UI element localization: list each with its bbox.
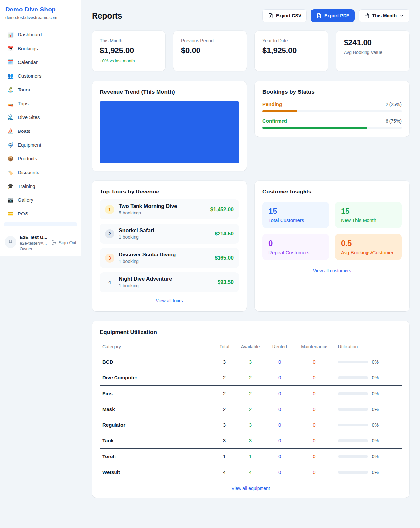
stat-value: $1,925.00: [262, 46, 320, 55]
sidebar-item-reports-selected-partial[interactable]: [4, 222, 77, 226]
top-tours-card: Top Tours by Revenue 1 Two Tank Morning …: [92, 181, 247, 311]
page-header: Reports Export CSV Export PDF This Month: [92, 9, 410, 22]
sidebar-item-label: Products: [18, 156, 37, 161]
tour-list-item: 1 Two Tank Morning Dive 5 bookings $1,45…: [100, 199, 239, 219]
wave-icon: 🌊: [7, 115, 14, 120]
sidebar-item-pos[interactable]: 💳 POS: [4, 208, 77, 219]
status-row-pending: Pending 2 (25%): [262, 101, 402, 112]
stats-row: This Month $1,925.00 +0% vs last month P…: [92, 31, 410, 71]
graduation-cap-icon: 🎓: [7, 184, 14, 189]
sidebar-item-calendar[interactable]: 🗓️ Calendar: [4, 56, 77, 68]
cell-maintenance: 0: [293, 386, 335, 401]
cell-maintenance: 0: [293, 433, 335, 449]
tour-amount: $93.50: [218, 279, 234, 285]
stat-value: $0.00: [181, 46, 239, 55]
cell-rented: 0: [266, 417, 293, 433]
cell-available: 2: [234, 370, 266, 386]
period-select[interactable]: This Month: [359, 9, 410, 22]
equipment-utilization-card: Equipment Utilization Category Total Ava…: [92, 321, 410, 498]
insights-row: Top Tours by Revenue 1 Two Tank Morning …: [92, 181, 410, 311]
cell-utilization: 0%: [335, 417, 402, 433]
charts-row: Revenue Trend (This Month) Bookings by S…: [92, 81, 410, 171]
stat-label: Avg Booking Value: [344, 50, 402, 55]
cell-rented: 0: [266, 464, 293, 480]
sidebar-item-boats[interactable]: ⛵ Boats: [4, 125, 77, 137]
cell-total: 2: [215, 401, 235, 417]
sidebar-item-dashboard[interactable]: 📊 Dashboard: [4, 29, 77, 40]
logout-icon: [52, 240, 57, 245]
stat-card-this-month: This Month $1,925.00 +0% vs last month: [92, 31, 165, 71]
export-pdf-button[interactable]: Export PDF: [311, 9, 355, 22]
column-header-maintenance: Maintenance: [293, 340, 335, 354]
cell-utilization: 0%: [335, 449, 402, 464]
status-progress-fill: [262, 110, 297, 112]
table-row: Fins 2 2 0 0 0%: [100, 386, 402, 401]
sidebar-item-trips[interactable]: 🚤 Trips: [4, 98, 77, 109]
sidebar-item-tours[interactable]: 🏝️ Tours: [4, 84, 77, 95]
cell-rented: 0: [266, 433, 293, 449]
export-pdf-label: Export PDF: [324, 13, 349, 18]
stat-label: Previous Period: [181, 38, 239, 43]
rank-badge: 4: [105, 278, 114, 287]
cell-rented: 0: [266, 354, 293, 370]
view-all-equipment-link[interactable]: View all equipment: [100, 486, 402, 491]
view-all-tours-link[interactable]: View all tours: [100, 298, 239, 303]
tour-list-item: 4 Night Dive Adventure 1 booking $93.50: [100, 272, 239, 292]
cell-maintenance: 0: [293, 370, 335, 386]
sidebar-item-label: Gallery: [18, 197, 33, 203]
cell-utilization: 0%: [335, 386, 402, 401]
cell-category: Wetsuit: [100, 464, 215, 480]
tile-label: New This Month: [341, 217, 396, 223]
export-csv-button[interactable]: Export CSV: [262, 9, 307, 22]
sidebar-item-gallery[interactable]: 📷 Gallery: [4, 194, 77, 206]
sidebar-item-bookings[interactable]: 📅 Bookings: [4, 43, 77, 54]
header-actions: Export CSV Export PDF This Month: [262, 9, 410, 22]
table-row: Torch 1 1 0 0 0%: [100, 449, 402, 464]
tour-bookings: 1 booking: [119, 259, 210, 264]
sidebar-item-label: Tours: [18, 87, 30, 92]
table-row: Tank 3 3 0 0 0%: [100, 433, 402, 449]
people-icon: 👥: [7, 73, 14, 79]
utilization-percent: 0%: [372, 454, 379, 459]
cell-category: Tank: [100, 433, 215, 449]
column-header-rented: Rented: [266, 340, 293, 354]
sign-out-label: Sign Out: [59, 240, 76, 245]
sidebar-item-label: Customers: [18, 73, 42, 79]
sidebar-item-discounts[interactable]: 🏷️ Discounts: [4, 167, 77, 178]
utilization-track: [338, 471, 368, 474]
sidebar-item-customers[interactable]: 👥 Customers: [4, 70, 77, 82]
utilization-percent: 0%: [372, 422, 379, 428]
sidebar-nav: 📊 Dashboard 📅 Bookings 🗓️ Calendar 👥 Cus…: [0, 25, 81, 231]
sidebar-item-equipment[interactable]: 🤿 Equipment: [4, 139, 77, 151]
sidebar-item-dive-sites[interactable]: 🌊 Dive Sites: [4, 112, 77, 123]
cell-total: 4: [215, 464, 235, 480]
package-icon: 📦: [7, 156, 14, 161]
tour-bookings: 1 booking: [119, 283, 213, 288]
sign-out-button[interactable]: Sign Out: [52, 240, 76, 245]
tile-label: Total Customers: [268, 217, 323, 223]
sidebar-item-label: Calendar: [18, 59, 38, 65]
table-header-row: Category Total Available Rented Maintena…: [100, 340, 402, 354]
cell-rented: 0: [266, 370, 293, 386]
cell-utilization: 0%: [335, 354, 402, 370]
shop-name: Demo Dive Shop: [5, 6, 76, 13]
insight-tile-new-this-month: 15 New This Month: [335, 202, 402, 228]
rank-badge: 3: [105, 254, 114, 263]
utilization-percent: 0%: [372, 438, 379, 443]
stat-label: Year to Date: [262, 38, 320, 43]
stat-card-year-to-date: Year to Date $1,925.00: [255, 31, 328, 71]
view-all-customers-link[interactable]: View all customers: [262, 268, 402, 273]
sidebar-item-label: POS: [18, 211, 28, 216]
user-avatar: [5, 236, 16, 248]
status-row-confirmed: Confirmed 6 (75%): [262, 118, 402, 129]
sidebar-item-label: Boats: [18, 128, 30, 134]
tile-value: 15: [341, 207, 396, 216]
column-header-available: Available: [234, 340, 266, 354]
cell-available: 3: [234, 417, 266, 433]
insight-tile-total-customers: 15 Total Customers: [262, 202, 329, 228]
sidebar-item-training[interactable]: 🎓 Training: [4, 180, 77, 192]
utilization-track: [338, 392, 368, 395]
sidebar-item-products[interactable]: 📦 Products: [4, 153, 77, 164]
speedboat-icon: 🚤: [7, 101, 14, 106]
bookings-status-card: Bookings by Status Pending 2 (25%) Confi…: [255, 81, 410, 137]
